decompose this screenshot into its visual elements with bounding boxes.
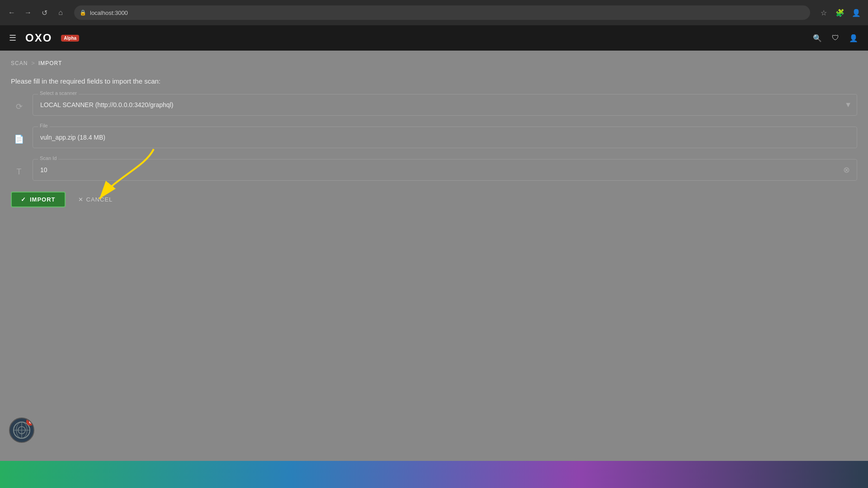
forward-button[interactable]: →	[22, 6, 34, 19]
extensions-button[interactable]: 🧩	[834, 6, 846, 19]
app-logo: OXO	[25, 32, 52, 44]
back-button[interactable]: ←	[5, 6, 18, 19]
scan-id-field: Scan Id ⊗	[33, 159, 857, 181]
import-label: IMPORT	[30, 196, 56, 203]
scan-id-label: Scan Id	[38, 155, 58, 161]
scan-id-clear-button[interactable]: ⊗	[841, 164, 852, 175]
scanner-select[interactable]: LOCAL SCANNER (http://0.0.0.0:3420/graph…	[33, 94, 857, 116]
url-text: localhost:3000	[90, 9, 128, 16]
scan-id-icon: T	[11, 159, 27, 184]
scanner-label: Select a scanner	[38, 90, 79, 96]
home-button[interactable]: ⌂	[54, 6, 67, 19]
import-check-icon: ✓	[21, 196, 26, 203]
lock-icon: 🔒	[80, 9, 86, 16]
bottom-notification: 8	[9, 418, 34, 443]
alpha-badge: Alpha	[61, 35, 79, 42]
app-header: ☰ OXO Alpha 🔍 🛡 👤	[0, 25, 868, 51]
browser-right-actions: ☆ 🧩 👤	[817, 6, 863, 19]
bottom-gradient-bar	[0, 461, 868, 488]
scanner-icon: ⟳	[11, 94, 27, 119]
file-label: File	[38, 123, 50, 128]
main-content: SCAN > IMPORT Please fill in the require…	[0, 51, 868, 216]
search-button[interactable]: 🔍	[810, 31, 825, 45]
file-icon: 📄	[11, 127, 27, 152]
cancel-x-icon: ✕	[78, 196, 84, 203]
hamburger-menu-button[interactable]: ☰	[7, 31, 18, 45]
browser-chrome: ← → ↺ ⌂ 🔒 localhost:3000 ☆ 🧩 👤	[0, 0, 868, 25]
scanner-row: ⟳ Select a scanner LOCAL SCANNER (http:/…	[11, 94, 857, 119]
file-field: File	[33, 127, 857, 148]
breadcrumb: SCAN > IMPORT	[11, 60, 857, 66]
breadcrumb-separator: >	[31, 60, 35, 66]
shield-button[interactable]: 🛡	[828, 31, 843, 45]
profile-button[interactable]: 👤	[850, 6, 863, 19]
notification-avatar[interactable]: 8	[9, 418, 34, 443]
file-row: 📄 File	[11, 127, 857, 152]
button-row: ✓ IMPORT ✕ CANCEL	[11, 192, 857, 207]
form-title: Please fill in the required fields to im…	[11, 77, 857, 85]
form-container: ⟳ Select a scanner LOCAL SCANNER (http:/…	[11, 94, 857, 207]
file-input[interactable]	[33, 127, 857, 148]
scanner-select-wrapper: LOCAL SCANNER (http://0.0.0.0:3420/graph…	[33, 94, 857, 116]
address-bar[interactable]: 🔒 localhost:3000	[74, 5, 810, 20]
scan-id-input[interactable]	[33, 159, 857, 181]
user-button[interactable]: 👤	[846, 31, 861, 45]
bookmark-button[interactable]: ☆	[817, 6, 830, 19]
notification-badge: 8	[26, 418, 34, 426]
header-right-icons: 🔍 🛡 👤	[810, 31, 861, 45]
cancel-button[interactable]: ✕ CANCEL	[71, 192, 120, 206]
scan-id-row: T Scan Id ⊗	[11, 159, 857, 184]
breadcrumb-import: IMPORT	[38, 60, 62, 66]
cancel-label: CANCEL	[86, 196, 113, 203]
refresh-button[interactable]: ↺	[38, 6, 51, 19]
breadcrumb-scan: SCAN	[11, 60, 28, 66]
import-button[interactable]: ✓ IMPORT	[11, 192, 66, 207]
scanner-field: Select a scanner LOCAL SCANNER (http://0…	[33, 94, 857, 116]
